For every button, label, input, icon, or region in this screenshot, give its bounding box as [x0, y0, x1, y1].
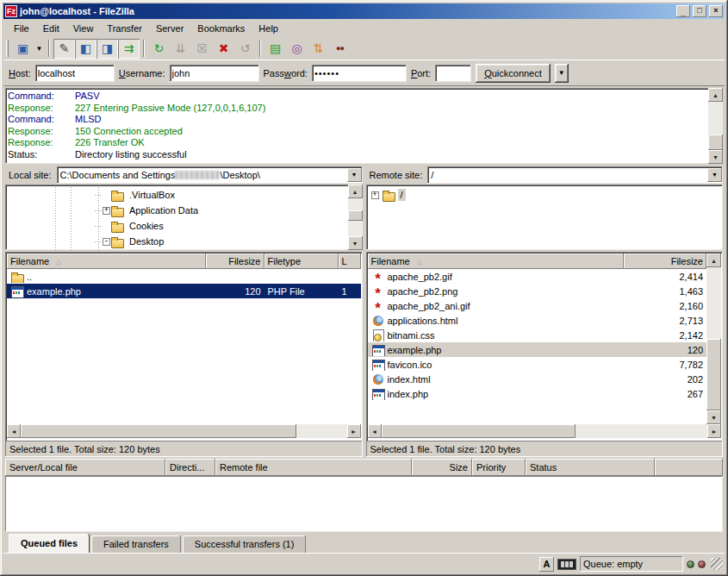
tree-item-application-data[interactable]: + Application Data — [5, 203, 348, 218]
synchronized-browsing-button[interactable]: ⇅ — [308, 39, 329, 59]
scroll-down-icon[interactable]: ▼ — [706, 410, 721, 424]
scrollbar-thumb[interactable] — [21, 424, 296, 438]
scroll-up-icon[interactable]: ▲ — [348, 185, 363, 198]
site-manager-button[interactable]: ▣ — [12, 39, 34, 59]
remote-site-combobox[interactable]: / ▼ — [427, 166, 723, 184]
expander-icon[interactable]: + — [371, 191, 379, 199]
folder-icon — [110, 204, 124, 216]
username-input[interactable] — [170, 65, 259, 82]
file-row[interactable]: index.php 267 — [368, 386, 707, 401]
menu-edit[interactable]: Edit — [36, 21, 66, 36]
disconnect-button[interactable]: ✖ — [213, 39, 234, 59]
password-input[interactable] — [312, 65, 407, 82]
menu-file[interactable]: File — [7, 21, 36, 36]
tree-item-cookies[interactable]: Cookies — [5, 218, 348, 234]
port-input[interactable] — [435, 65, 471, 82]
scrollbar-thumb[interactable] — [382, 424, 576, 438]
file-row[interactable]: apache_pb2.gif 2,414 — [368, 269, 707, 284]
quickconnect-button[interactable]: Quickconnect — [476, 64, 551, 83]
menu-server[interactable]: Server — [149, 21, 190, 36]
process-queue-button[interactable]: ⇊ — [170, 39, 191, 59]
toggle-local-tree-button[interactable]: ◧ — [75, 39, 96, 59]
tab-failed-transfers[interactable]: Failed transfers — [91, 535, 181, 553]
tree-item-desktop[interactable]: - Desktop — [5, 234, 348, 249]
file-row[interactable]: index.html 202 — [368, 372, 707, 386]
close-button[interactable]: × — [709, 5, 723, 17]
folder-icon — [110, 235, 124, 247]
queue-column-size[interactable]: Size — [412, 459, 472, 476]
queue-column-priority[interactable]: Priority — [472, 459, 526, 476]
column-header-filename[interactable]: Filename△ — [7, 254, 206, 269]
scroll-down-icon[interactable]: ▼ — [348, 236, 363, 250]
toggle-remote-tree-button[interactable]: ◨ — [96, 39, 118, 59]
remote-v-scrollbar[interactable]: ▲ ▼ — [706, 254, 721, 424]
queue-column-status[interactable]: Status — [526, 459, 655, 476]
combo-dropdown-icon[interactable]: ▼ — [707, 168, 722, 182]
log-scrollbar[interactable]: ▲ ▼ — [708, 88, 723, 164]
file-row[interactable]: bitnami.css 2,142 — [368, 328, 707, 342]
file-row-example-php[interactable]: example.php 120 — [368, 342, 707, 357]
toggle-log-view-button[interactable]: ✎ — [53, 39, 75, 59]
scrollbar-thumb[interactable] — [348, 210, 363, 221]
column-header-filesize[interactable]: Filesize — [624, 254, 706, 269]
column-header-filesize[interactable]: Filesize — [206, 254, 264, 269]
queue-column-server-local[interactable]: Server/Local file — [5, 459, 165, 476]
column-header-modified[interactable]: L — [339, 254, 361, 269]
resize-grip[interactable] — [711, 558, 723, 570]
scroll-down-icon[interactable]: ▼ — [708, 150, 723, 164]
log-line: Response:226 Transfer OK — [8, 137, 708, 149]
expander-icon[interactable]: - — [103, 238, 110, 246]
compare-directories-button[interactable]: ◎ — [286, 39, 308, 59]
scrollbar-thumb[interactable] — [708, 135, 723, 150]
menu-transfer[interactable]: Transfer — [100, 21, 149, 36]
tab-successful-transfers[interactable]: Successful transfers (1) — [183, 535, 307, 553]
local-tree-scrollbar[interactable]: ▲ ▼ — [348, 185, 363, 250]
scroll-up-icon[interactable]: ▲ — [708, 88, 723, 102]
file-row[interactable]: apache_pb2.png 1,463 — [368, 284, 707, 298]
expander-icon[interactable]: + — [103, 207, 110, 215]
host-input[interactable] — [35, 65, 115, 82]
local-h-scrollbar[interactable]: ◄ ► — [7, 424, 361, 438]
minimize-button[interactable]: _ — [676, 5, 690, 17]
file-row-parent-dir[interactable]: .. — [7, 269, 361, 284]
maximize-button[interactable]: □ — [693, 5, 706, 17]
scroll-up-icon[interactable]: ▲ — [706, 254, 721, 267]
remote-h-scrollbar[interactable]: ◄ ► — [368, 424, 722, 438]
file-row[interactable]: apache_pb2_ani.gif 2,160 — [368, 298, 707, 313]
combo-dropdown-icon[interactable]: ▼ — [347, 168, 362, 182]
column-header-filetype[interactable]: Filetype — [264, 254, 339, 269]
scrollbar-thumb[interactable] — [706, 339, 721, 410]
find-files-button[interactable]: ●● — [329, 39, 351, 59]
sync-browsing-icon: ⇅ — [314, 42, 324, 54]
toggle-queue-view-button[interactable]: ⇉ — [118, 39, 140, 59]
menu-view[interactable]: View — [66, 21, 101, 36]
app-icon[interactable]: Fz — [5, 5, 17, 17]
reconnect-button[interactable]: ↺ — [234, 39, 256, 59]
queue-column-remote-file[interactable]: Remote file — [215, 459, 412, 476]
toolbar-separator — [143, 40, 145, 57]
tree-item-virtualbox[interactable]: .VirtualBox — [5, 187, 348, 203]
file-row[interactable]: applications.html 2,713 — [368, 313, 707, 328]
scroll-left-icon[interactable]: ◄ — [7, 424, 21, 438]
scroll-right-icon[interactable]: ► — [707, 424, 721, 438]
file-row[interactable]: favicon.ico 7,782 — [368, 357, 707, 372]
filter-button[interactable]: ▤ — [264, 39, 286, 59]
scroll-right-icon[interactable]: ► — [347, 424, 361, 438]
file-row-example-php[interactable]: example.php 120 PHP File 1 — [7, 284, 361, 298]
tab-queued-files[interactable]: Queued files — [9, 534, 90, 553]
menu-help[interactable]: Help — [252, 21, 285, 36]
site-manager-dropdown[interactable]: ▼ — [34, 39, 45, 59]
menu-bookmarks[interactable]: Bookmarks — [190, 21, 252, 36]
queue-column-direction[interactable]: Directi... — [165, 459, 215, 476]
encryption-indicator-icon[interactable] — [557, 559, 576, 570]
filter-icon: ▤ — [270, 42, 281, 54]
scroll-left-icon[interactable]: ◄ — [368, 424, 382, 438]
maximize-icon: □ — [697, 7, 701, 15]
tree-item-root[interactable]: + / — [366, 187, 724, 203]
data-type-ascii-icon[interactable]: A — [539, 557, 554, 572]
column-header-filename[interactable]: Filename△ — [368, 254, 625, 269]
refresh-button[interactable]: ↻ — [148, 39, 170, 59]
quickconnect-dropdown[interactable]: ▼ — [555, 64, 569, 83]
cancel-operation-button[interactable]: ☒ — [191, 39, 213, 59]
local-site-combobox[interactable]: C:\Documents and Settings\Desktop\ ▼ — [57, 166, 363, 184]
